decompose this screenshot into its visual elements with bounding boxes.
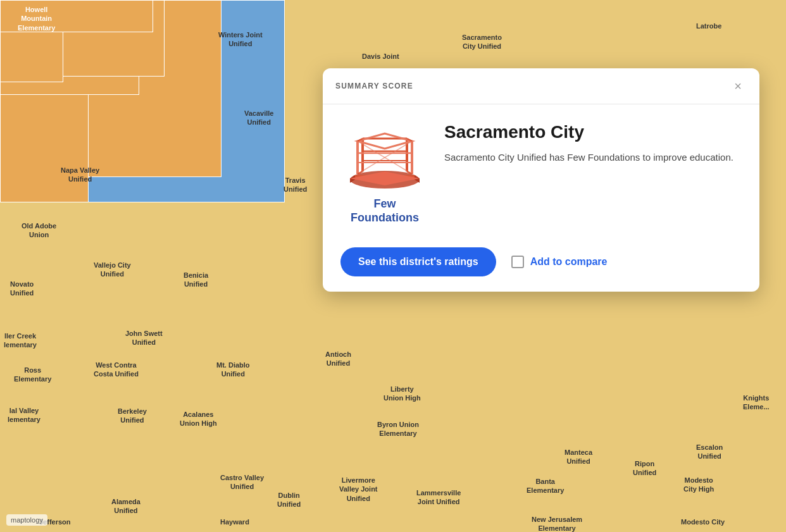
map-label-john-swett: John SwettUnified <box>125 329 163 347</box>
map-label-travis: TravisUnified <box>284 176 307 194</box>
map-label-ripon: RiponUnified <box>633 459 656 478</box>
rating-label: FewFoundations <box>351 197 419 225</box>
map-label-modesto-high: ModestoCity High <box>683 476 714 494</box>
map-label-liberty: LibertyUnion High <box>384 385 421 403</box>
map-label-vallejo: Vallejo CityUnified <box>94 261 131 279</box>
map-label-antioch: AntiochUnified <box>325 350 351 368</box>
map-label-acalanes: AcalanesUnion High <box>180 410 217 428</box>
map-label-davis: Davis Joint <box>362 52 399 61</box>
map-label-modesto-city: Modesto City <box>681 517 725 526</box>
popup-header: SUMMARY SCORE × <box>323 68 759 104</box>
popup-card: SUMMARY SCORE × <box>323 68 759 292</box>
info-section: Sacramento City Sacramento City Unified … <box>444 120 742 164</box>
map-label-berkeley: BerkeleyUnified <box>118 407 147 425</box>
map-label-ller-creek: ller Creeklementary <box>4 331 37 350</box>
map-label-escalon: EscalonUnified <box>696 443 723 461</box>
map-label-mt-diablo: Mt. DiabloUnified <box>216 361 250 379</box>
popup-body: FewFoundations Sacramento City Sacrament… <box>323 104 759 237</box>
map-label-sacramento: SacramentoCity Unified <box>462 33 502 51</box>
district-name: Sacramento City <box>444 122 742 142</box>
map-region <box>0 0 153 32</box>
district-description: Sacramento City Unified has Few Foundati… <box>444 150 742 164</box>
map-label-novato: NovatoUnified <box>10 280 34 298</box>
map-label-manteca: MantecaUnified <box>565 448 592 466</box>
map-label-livermore: LivermoreValley JointUnified <box>339 476 378 503</box>
compare-checkbox[interactable] <box>511 256 524 268</box>
compare-section[interactable]: Add to compare <box>511 256 608 268</box>
map-label-banta: BantaElementary <box>527 477 564 495</box>
close-button[interactable]: × <box>729 77 747 95</box>
popup-header-title: SUMMARY SCORE <box>335 82 413 90</box>
map-label-ross: RossElementary <box>14 366 51 384</box>
map-label-old-adobe: Old AdobeUnion <box>22 221 56 240</box>
map-label-dublin: DublinUnified <box>277 491 301 509</box>
map-label-alameda: AlamedaUnified <box>111 497 140 516</box>
map-label-castro-valley: Castro ValleyUnified <box>220 473 264 492</box>
map-label-lammersville: LammersvilleJoint Unified <box>416 488 461 507</box>
rating-icon-section: FewFoundations <box>340 120 429 225</box>
map-label-knights: KnightsEleme... <box>743 393 770 412</box>
see-ratings-button[interactable]: See this district's ratings <box>340 247 496 276</box>
map-label-new-jerusalem: New JerusalemElementary <box>532 515 582 532</box>
compare-label: Add to compare <box>530 256 608 268</box>
building-icon <box>344 120 426 192</box>
map-label-hayward: Hayward <box>220 517 249 526</box>
map-label-latrobe: Latrobe <box>696 22 721 30</box>
map-label-byron: Byron UnionElementary <box>377 420 419 438</box>
popup-actions: See this district's ratings Add to compa… <box>323 237 759 292</box>
map-label-benicia: BeniciaUnified <box>184 271 208 289</box>
watermark: maptology <box>6 514 47 526</box>
map-label-west-contra: West ContraCosta Unified <box>94 361 139 379</box>
map-label-ial-valley: lal Valleylementary <box>8 406 41 424</box>
